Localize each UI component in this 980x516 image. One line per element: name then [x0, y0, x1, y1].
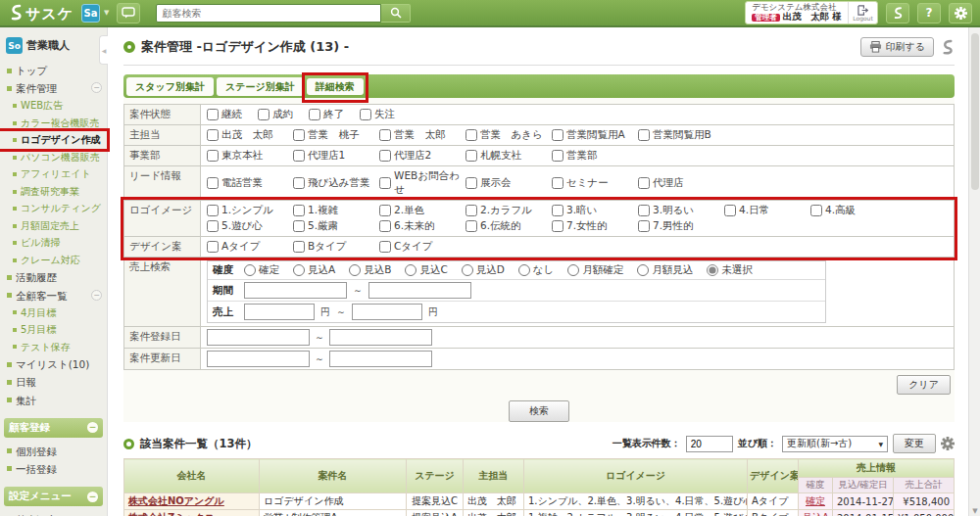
- checkbox[interactable]: [638, 129, 650, 141]
- checkbox[interactable]: [466, 150, 477, 162]
- header-company[interactable]: 会社名: [124, 459, 260, 493]
- checkbox[interactable]: [379, 177, 391, 189]
- table-settings-gear-icon[interactable]: [941, 437, 955, 450]
- checkbox-option[interactable]: 3.明るい: [638, 203, 724, 218]
- sidebar-item-summary[interactable]: 集計: [0, 392, 107, 409]
- header-stage[interactable]: ステージ: [407, 459, 464, 493]
- checkbox[interactable]: [379, 129, 391, 141]
- sasuke-gray-icon[interactable]: [940, 39, 955, 56]
- checkbox-option[interactable]: 3.暗い: [552, 203, 638, 218]
- checkbox-option[interactable]: 1.複雑: [293, 203, 379, 218]
- radio[interactable]: [637, 264, 649, 276]
- amount-from-input[interactable]: [244, 304, 315, 320]
- checkbox[interactable]: [466, 129, 477, 141]
- checkbox[interactable]: [293, 177, 305, 189]
- checkbox[interactable]: [552, 177, 564, 189]
- checkbox[interactable]: [207, 177, 219, 189]
- sidebar-item[interactable]: 一括登録: [0, 460, 107, 478]
- radio[interactable]: [462, 264, 473, 276]
- checkbox-option[interactable]: 4.高級: [810, 203, 897, 218]
- radio[interactable]: [349, 264, 361, 276]
- collapse-toggle-icon[interactable]: −: [91, 290, 102, 301]
- checkbox-option[interactable]: 5.厳粛: [293, 218, 379, 234]
- checkbox-option[interactable]: 営業閲覧用A: [552, 127, 638, 143]
- checkbox-option[interactable]: 電話営業: [207, 175, 293, 191]
- checkbox[interactable]: [379, 205, 391, 216]
- search-button[interactable]: 検索: [509, 400, 569, 422]
- amount-to-input[interactable]: [352, 304, 422, 320]
- checkbox-option[interactable]: 営業部: [552, 148, 638, 164]
- message-button[interactable]: [117, 3, 140, 23]
- checkbox[interactable]: [379, 220, 391, 232]
- checkbox-option[interactable]: 2.カラフル: [466, 203, 552, 218]
- checkbox[interactable]: [360, 109, 371, 120]
- checkbox[interactable]: [552, 220, 564, 232]
- probability-option[interactable]: 見込B: [349, 263, 391, 277]
- company-link[interactable]: 株式会社Zミックス: [128, 512, 215, 516]
- sidebar-item-color-copier[interactable]: カラー複合機販売: [0, 115, 107, 132]
- clear-button[interactable]: クリア: [897, 375, 951, 395]
- sidebar-item-building-clean[interactable]: ビル清掃: [0, 234, 107, 252]
- sidebar-item-consulting[interactable]: コンサルティング: [0, 200, 107, 217]
- company-link[interactable]: 株式会社NOアングル: [128, 495, 224, 506]
- checkbox-option[interactable]: 札幌支社: [466, 148, 552, 164]
- sidebar-item-pc-sales[interactable]: パソコン機器販売: [0, 149, 107, 166]
- collapse-toggle-icon[interactable]: −: [87, 492, 98, 502]
- sidebar-item-claim[interactable]: クレーム対応: [0, 252, 107, 269]
- checkbox[interactable]: [466, 177, 477, 189]
- settings-button[interactable]: [949, 3, 972, 23]
- upd-date-from-input[interactable]: [207, 351, 310, 367]
- checkbox[interactable]: [293, 241, 305, 253]
- checkbox[interactable]: [293, 150, 305, 162]
- checkbox[interactable]: [207, 129, 219, 141]
- checkbox-option[interactable]: 出茂 太郎: [207, 127, 293, 143]
- checkbox[interactable]: [293, 205, 305, 216]
- probability-option[interactable]: 見込D: [462, 263, 505, 277]
- checkbox[interactable]: [207, 220, 219, 232]
- radio[interactable]: [567, 264, 579, 276]
- checkbox[interactable]: [309, 109, 320, 120]
- checkbox[interactable]: [379, 241, 391, 253]
- sasuke-logo[interactable]: サスケ: [8, 4, 74, 22]
- sidebar-sub-item[interactable]: 5月目標: [0, 321, 107, 339]
- radio[interactable]: [707, 264, 718, 276]
- checkbox-option[interactable]: 終了: [309, 107, 344, 122]
- period-to-input[interactable]: [368, 282, 471, 299]
- probability-option[interactable]: 見込A: [293, 263, 335, 277]
- checkbox-option[interactable]: Aタイプ: [207, 239, 293, 255]
- sa-app-badge[interactable]: Sa: [81, 4, 100, 23]
- per-page-input[interactable]: [686, 436, 733, 452]
- reg-date-to-input[interactable]: [329, 329, 432, 346]
- collapse-toggle-icon[interactable]: −: [91, 82, 102, 93]
- checkbox[interactable]: [207, 205, 219, 216]
- checkbox[interactable]: [258, 109, 270, 120]
- checkbox[interactable]: [638, 177, 650, 189]
- probability-option[interactable]: 月額見込: [637, 263, 693, 277]
- checkbox[interactable]: [293, 220, 305, 232]
- probability-option[interactable]: なし: [518, 263, 555, 277]
- checkbox[interactable]: [207, 150, 219, 162]
- checkbox-option[interactable]: Bタイプ: [293, 239, 379, 255]
- customer-search-input[interactable]: [156, 4, 381, 23]
- checkbox-option[interactable]: 継続: [207, 107, 242, 122]
- change-button[interactable]: 変更: [893, 434, 936, 453]
- probability-link[interactable]: 見込A: [803, 512, 829, 516]
- sidebar-item-all-customers[interactable]: 全顧客一覧−: [0, 287, 107, 305]
- checkbox-option[interactable]: Cタイプ: [379, 239, 466, 255]
- checkbox-option[interactable]: 6.伝統的: [466, 218, 552, 234]
- checkbox-option[interactable]: 5.遊び心: [207, 218, 293, 234]
- sidebar-item-daily-report[interactable]: 日報: [0, 373, 107, 391]
- checkbox-option[interactable]: 6.未来的: [379, 218, 466, 234]
- sidebar-item-web-ad[interactable]: WEB広告: [0, 97, 107, 115]
- checkbox[interactable]: [552, 205, 564, 216]
- header-project[interactable]: 案件名: [260, 459, 407, 493]
- checkbox[interactable]: [552, 129, 564, 141]
- vertical-scrollbar[interactable]: ▼: [968, 27, 980, 516]
- checkbox[interactable]: [207, 109, 219, 120]
- checkbox-option[interactable]: 成約: [258, 107, 293, 122]
- sidebar-item-top[interactable]: トップ: [0, 62, 107, 79]
- radio[interactable]: [518, 264, 530, 276]
- checkbox-option[interactable]: 営業 あきら: [466, 127, 552, 143]
- sidebar-item-mylist[interactable]: マイリスト(10): [0, 355, 107, 373]
- checkbox-option[interactable]: 7.女性的: [552, 218, 638, 234]
